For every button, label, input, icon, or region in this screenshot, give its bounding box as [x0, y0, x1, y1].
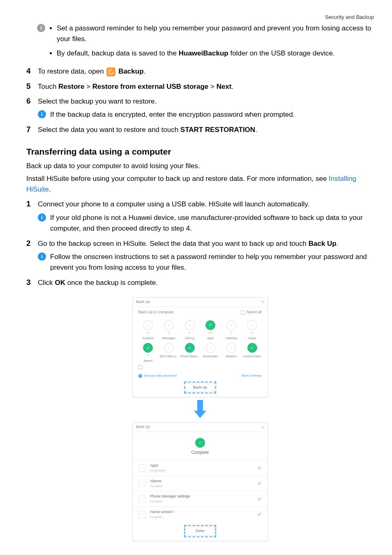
step-number: 6: [26, 96, 32, 106]
backup-result-row: ◦Phone Manager settingsComplete✓: [133, 491, 267, 506]
section-heading: Transferring data using a computer: [26, 145, 374, 159]
info-icon: i: [37, 24, 45, 32]
step-b3: 3 Click OK once the backup is complete.: [26, 278, 374, 288]
category-label: Calendar: [226, 336, 237, 341]
category-count: 0: [189, 331, 191, 335]
category-label: Wi-Fi SIDs a...: [159, 354, 178, 359]
category-label: Notes: [249, 336, 256, 341]
step-number: 5: [26, 81, 32, 92]
info-note: i If the backup data is encrypted, enter…: [38, 109, 374, 120]
result-row-title: Home screen l: [150, 509, 254, 515]
category-count: 0: [251, 331, 253, 335]
result-row-icon: ◦: [138, 511, 146, 518]
complete-label: Complete: [191, 449, 209, 456]
check-icon: ✓: [258, 511, 262, 518]
category-label: Phone Mana...: [180, 354, 199, 359]
category-icon: •: [205, 343, 215, 353]
check-icon: [247, 343, 257, 353]
category-icon: •: [247, 320, 257, 330]
backup-category-tile[interactable]: •Wi-Fi SIDs a...: [159, 343, 180, 363]
category-icon: •: [185, 320, 195, 330]
info-note-top: i Set a password reminder to help you re…: [37, 23, 374, 62]
backup-category-tile[interactable]: Phone Mana...: [179, 343, 200, 363]
backup-button[interactable]: Back Up: [185, 383, 215, 393]
hisuite-backup-window: Back Up × Back Up to Computer Select all…: [132, 297, 268, 398]
category-count: 0: [231, 331, 232, 335]
section-intro-2: Install HiSuite before using your comput…: [26, 173, 374, 195]
blocklisted-checkbox[interactable]: [138, 365, 143, 369]
done-button[interactable]: Done: [185, 526, 215, 536]
category-label: Home screen: [244, 354, 261, 359]
result-row-icon: ◦: [138, 495, 146, 503]
category-count: 0: [147, 331, 149, 335]
backup-category-tile[interactable]: •0Contacts: [138, 320, 159, 341]
category-label: Apps: [207, 336, 214, 341]
category-count: 3: [147, 354, 149, 358]
window-title: Back Up: [136, 424, 150, 430]
section-intro: Back up data to your computer to avoid l…: [26, 161, 374, 171]
category-label: Weather: [226, 354, 237, 359]
backup-category-tile[interactable]: 3Alarms: [138, 343, 159, 363]
step-number: 1: [26, 199, 32, 209]
step-number: 4: [26, 66, 32, 76]
info-bullet: Set a password reminder to help you reme…: [57, 23, 374, 45]
info-icon: i: [38, 213, 46, 222]
backup-result-row: ◦Home screen lComplete✓: [133, 506, 267, 522]
hisuite-complete-window: Back Up × ✓ Complete ◦AppsComplete(5)✓◦A…: [132, 422, 268, 541]
result-row-icon: ◦: [138, 480, 146, 487]
category-count: 5/6: [208, 331, 212, 335]
category-label: Contacts: [143, 336, 154, 341]
result-row-subtitle: Complete: [150, 500, 254, 504]
backup-category-tile[interactable]: •0Calendar: [221, 320, 242, 341]
check-icon: [143, 343, 153, 353]
info-icon: i: [38, 252, 46, 261]
select-all-checkbox[interactable]: Select all: [241, 310, 262, 315]
backup-category-tile[interactable]: Home screen: [242, 343, 263, 363]
info-note: i If your old phone is not a Huawei devi…: [38, 213, 374, 234]
backup-category-tile[interactable]: •0Call log: [179, 320, 200, 341]
category-icon: •: [164, 320, 174, 330]
step-6: 6 Select the backup you want to restore.…: [26, 96, 374, 120]
category-label: Call log: [185, 336, 194, 341]
category-count: 0: [168, 331, 170, 335]
more-settings-link[interactable]: More Settings: [242, 373, 262, 378]
check-icon: ✓: [258, 480, 262, 488]
encrypt-toggle[interactable]: ✓ Encrypt with password: [138, 373, 177, 378]
close-icon[interactable]: ×: [262, 425, 264, 430]
close-icon[interactable]: ×: [262, 300, 264, 304]
info-bullet: By default, backup data is saved to the …: [57, 48, 374, 59]
result-row-subtitle: Complete(5): [150, 469, 254, 473]
backup-category-tile[interactable]: •Weather: [221, 343, 242, 363]
check-icon: ✓: [258, 495, 262, 503]
step-b1: 1 Connect your phone to a computer using…: [26, 199, 374, 234]
category-label: Alarms: [143, 359, 152, 363]
step-5: 5 Touch Restore > Restore from external …: [26, 81, 374, 92]
step-number: 7: [26, 125, 32, 135]
category-icon: •: [164, 343, 174, 353]
category-label: Bookmarks: [203, 354, 218, 359]
result-row-title: Alarms: [150, 479, 254, 484]
result-row-icon: ◦: [138, 464, 146, 472]
backup-category-tile[interactable]: •0Notes: [242, 320, 263, 341]
backup-category-tile[interactable]: •Bookmarks: [200, 343, 221, 363]
backup-category-tile[interactable]: 5/6Apps: [200, 320, 221, 341]
step-7: 7 Select the data you want to restore an…: [26, 125, 374, 135]
window-title: Back Up: [136, 299, 150, 305]
step-number: 2: [26, 238, 32, 249]
step-4: 4 To restore data, open Backup.: [26, 66, 374, 77]
result-row-subtitle: Complete: [150, 484, 254, 489]
backup-category-tile[interactable]: •0Messages: [159, 320, 180, 341]
info-icon: i: [38, 110, 46, 118]
backup-app-icon: [106, 67, 115, 76]
category-icon: •: [226, 343, 236, 353]
backup-result-row: ◦AlarmsComplete✓: [133, 476, 267, 491]
info-note: i Follow the onscreen instructions to se…: [38, 252, 374, 273]
result-row-title: Apps: [150, 463, 254, 469]
category-icon: •: [143, 320, 153, 330]
check-icon: [185, 343, 195, 353]
flow-arrow-icon: [132, 400, 268, 418]
window-subtitle: Back Up to Computer: [138, 310, 174, 315]
running-header: Security and Backup: [26, 13, 374, 21]
step-number: 3: [26, 278, 32, 288]
result-row-subtitle: Complete: [150, 515, 254, 520]
